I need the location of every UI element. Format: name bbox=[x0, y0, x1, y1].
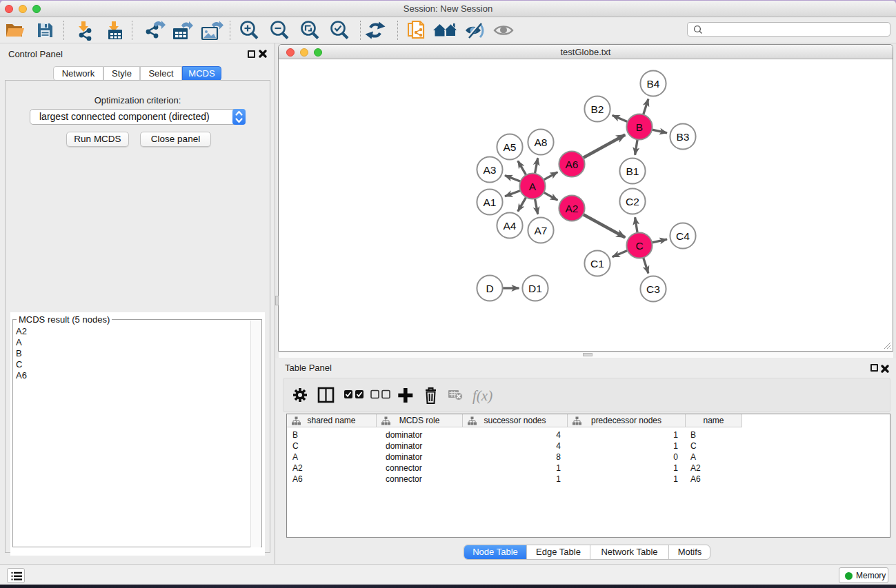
svg-text:C: C bbox=[635, 240, 643, 252]
svg-text:C2: C2 bbox=[626, 196, 639, 207]
svg-text:A3: A3 bbox=[484, 164, 497, 176]
svg-text:D: D bbox=[486, 283, 493, 294]
svg-text:f(x): f(x) bbox=[472, 387, 492, 404]
svg-text:A4: A4 bbox=[504, 220, 517, 232]
svg-text:C1: C1 bbox=[590, 258, 604, 270]
svg-text:B3: B3 bbox=[677, 131, 690, 143]
svg-text:A2: A2 bbox=[566, 203, 579, 214]
svg-text:B4: B4 bbox=[647, 78, 660, 90]
svg-text:C4: C4 bbox=[676, 230, 690, 242]
svg-text:C3: C3 bbox=[646, 283, 660, 295]
svg-text:A1: A1 bbox=[484, 196, 497, 208]
svg-text:A5: A5 bbox=[504, 141, 517, 153]
svg-text:A: A bbox=[529, 181, 537, 192]
svg-text:A8: A8 bbox=[535, 136, 548, 148]
svg-text:D1: D1 bbox=[528, 283, 542, 294]
svg-text:B2: B2 bbox=[591, 103, 604, 115]
svg-text:A7: A7 bbox=[535, 225, 548, 236]
svg-text:A6: A6 bbox=[566, 159, 579, 170]
svg-text:B1: B1 bbox=[626, 165, 639, 177]
svg-text:B: B bbox=[636, 121, 643, 133]
